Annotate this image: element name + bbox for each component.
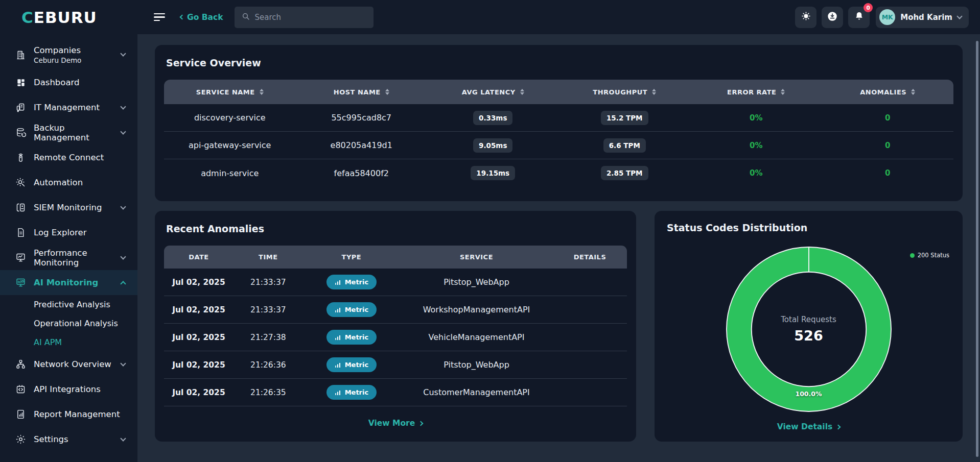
sidebar-item-ai-monitoring[interactable]: AI Monitoring: [0, 270, 137, 295]
sort-icon[interactable]: [385, 89, 389, 95]
sidebar-item-label: Dashboard: [34, 78, 125, 87]
error-rate-cell: 0%: [690, 168, 822, 178]
latency-badge: 9.05ms: [473, 138, 512, 153]
column-header-throughput[interactable]: THROUGHPUT: [559, 88, 691, 96]
metric-type-badge: Metric: [326, 275, 377, 289]
sidebar-item-dashboard[interactable]: Dashboard: [0, 70, 137, 95]
legend-dot-icon: [910, 253, 915, 258]
date-cell: Jul 02, 2025: [164, 305, 234, 314]
column-header-avg-latency[interactable]: AVG LATENCY: [427, 88, 559, 96]
sidebar-item-label: Report Management: [34, 409, 125, 419]
sidebar-item-siem-monitoring[interactable]: SIEM Monitoring: [0, 195, 137, 220]
type-cell: Metric: [303, 385, 400, 400]
remote-control-icon: [15, 152, 26, 163]
sidebar-item-label: Settings: [34, 434, 113, 444]
user-menu[interactable]: MK Mohd Karim: [876, 7, 969, 28]
column-header-host-name[interactable]: HOST NAME: [296, 88, 428, 96]
sidebar-item-backup-management[interactable]: Backup Management: [0, 120, 137, 145]
search-input[interactable]: [255, 13, 366, 22]
chevron-left-icon: [180, 15, 185, 20]
metric-type-badge: Metric: [326, 302, 377, 317]
anomaly-row: Jul 02, 2025 21:26:35 Metric CustomerMan…: [164, 379, 627, 406]
sidebar-nav: CompaniesCeburu Demo Dashboard IT Manage…: [0, 34, 137, 452]
service-name-cell: discovery-service: [164, 113, 296, 123]
table-row: api-gateway-service e80205a419d1 9.05ms …: [164, 132, 953, 159]
go-back-link[interactable]: Go Back: [180, 13, 223, 22]
sort-icon[interactable]: [781, 89, 785, 95]
slice-percentage-label: 100.0%: [795, 390, 822, 397]
sidebar-item-companies[interactable]: CompaniesCeburu Demo: [0, 39, 137, 70]
throughput-badge: 15.2 TPM: [601, 111, 648, 125]
status-codes-card: Status Codes Distribution 200 Status Tot…: [655, 211, 963, 442]
sort-icon[interactable]: [260, 89, 264, 95]
sidebar-item-report-management[interactable]: Report Management: [0, 402, 137, 427]
column-header-anomalies[interactable]: ANOMALIES: [822, 88, 954, 96]
logo-letter-c: C: [21, 8, 34, 27]
metric-type-badge: Metric: [326, 385, 377, 400]
sidebar-item-label: Remote Connect: [34, 153, 125, 162]
sort-icon[interactable]: [520, 89, 524, 95]
sidebar-item-label: Log Explorer: [34, 228, 125, 237]
sidebar-item-log-explorer[interactable]: Log Explorer: [0, 220, 137, 245]
user-name: Mohd Karim: [900, 13, 952, 22]
view-details-link[interactable]: View Details: [777, 422, 840, 431]
sidebar-subitem-operational-analysis[interactable]: Operational Analysis: [0, 314, 137, 333]
sidebar-item-label: Network Overview: [34, 359, 113, 369]
time-cell: 21:33:37: [234, 278, 303, 287]
account-switch-button[interactable]: [822, 7, 843, 28]
sidebar-item-settings[interactable]: Settings: [0, 427, 137, 452]
sidebar-item-network-overview[interactable]: Network Overview: [0, 352, 137, 377]
sidebar-item-label: SIEM Monitoring: [34, 203, 113, 212]
chevron-right-icon: [418, 421, 424, 426]
time-cell: 21:26:36: [234, 360, 303, 370]
anomaly-row: Jul 02, 2025 21:33:37 Metric WorkshopMan…: [164, 296, 627, 324]
legend-item-200-status[interactable]: 200 Status: [910, 252, 949, 259]
recent-anomalies-table-header: DATE TIME TYPE SERVICE DETAILS: [164, 246, 627, 269]
ceburu-logo[interactable]: CEBURU: [0, 0, 137, 34]
sidebar-item-it-management[interactable]: IT Management: [0, 95, 137, 120]
throughput-cell: 2.85 TPM: [559, 166, 691, 180]
host-name-cell: fefaa58400f2: [296, 168, 428, 178]
sidebar-item-automation[interactable]: Automation: [0, 170, 137, 195]
search-box[interactable]: [235, 7, 374, 28]
vertical-scrollbar[interactable]: [976, 41, 978, 457]
service-overview-title: Service Overview: [166, 57, 953, 68]
latency-badge: 0.33ms: [473, 111, 512, 125]
host-name-cell: e80205a419d1: [296, 140, 428, 150]
table-row: discovery-service 55c995cad8c7 0.33ms 15…: [164, 104, 953, 132]
date-cell: Jul 02, 2025: [164, 360, 234, 370]
settings-gear-icon: [15, 434, 26, 445]
document-icon: [15, 227, 26, 238]
sidebar-item-label: Automation: [34, 178, 125, 187]
theme-toggle-button[interactable]: [795, 7, 816, 28]
chevron-down-icon: [956, 13, 962, 19]
sidebar-item-performance-monitoring[interactable]: Performance Monitoring: [0, 245, 137, 270]
sidebar-subitem-ai-apm[interactable]: AI APM: [0, 333, 137, 352]
chevron-down-icon: [120, 254, 126, 259]
main-content: Service Overview SERVICE NAME HOST NAME …: [137, 34, 980, 462]
metric-type-badge: Metric: [326, 357, 377, 372]
anomaly-row: Jul 02, 2025 21:33:37 Metric Pitstop_Web…: [164, 269, 627, 296]
view-more-link[interactable]: View More: [164, 419, 627, 428]
sort-icon[interactable]: [911, 89, 915, 95]
dashboard-icon: [15, 77, 26, 88]
status-codes-title: Status Codes Distribution: [667, 222, 807, 233]
menu-toggle-icon[interactable]: [154, 12, 167, 22]
chevron-down-icon: [120, 435, 126, 441]
anomalies-cell: 0: [822, 113, 954, 123]
column-header-service-name[interactable]: SERVICE NAME: [164, 88, 296, 96]
service-cell: Pitstop_WebApp: [400, 360, 553, 370]
column-header-details: DETAILS: [553, 253, 627, 261]
date-cell: Jul 02, 2025: [164, 333, 234, 342]
notifications-button[interactable]: 0: [848, 7, 870, 28]
chevron-right-icon: [836, 424, 841, 429]
sun-icon: [801, 11, 811, 23]
notification-count-badge: 0: [864, 3, 873, 12]
sort-icon[interactable]: [652, 89, 656, 95]
column-header-error-rate[interactable]: ERROR RATE: [690, 88, 822, 96]
ai-monitoring-icon: [15, 277, 26, 288]
sidebar-item-remote-connect[interactable]: Remote Connect: [0, 145, 137, 170]
sidebar-item-api-integrations[interactable]: API Integrations: [0, 377, 137, 402]
sidebar-subitem-predictive-analysis[interactable]: Predictive Analysis: [0, 295, 137, 314]
api-integrations-icon: [15, 384, 26, 395]
